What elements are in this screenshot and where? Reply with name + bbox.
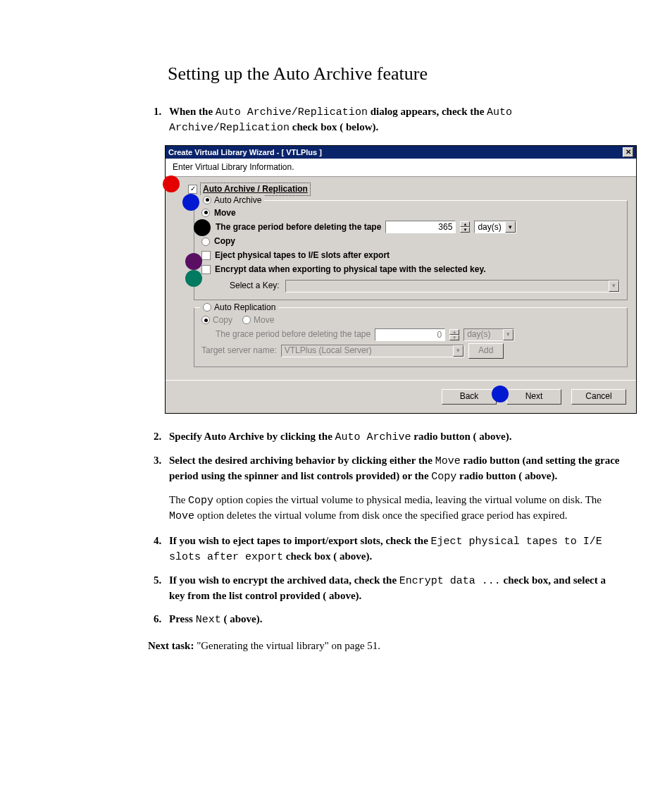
repl-copy-radio (201, 316, 210, 324)
step-5: If you wish to encrypt the archived data… (169, 573, 623, 603)
repl-grace-input: 0 (375, 328, 445, 341)
dialog-title: Create Virtual Library Wizard - [ VTLPlu… (168, 146, 322, 159)
next-task: Next task: "Generating the virtual libra… (148, 639, 623, 653)
auto-replication-radio[interactable] (203, 303, 211, 312)
eject-label: Eject physical tapes to I/E slots after … (215, 250, 390, 261)
repl-move-radio (242, 316, 251, 324)
grace-period-input[interactable]: 365 (385, 221, 456, 233)
back-button[interactable]: Back (442, 389, 497, 405)
dialog-titlebar: Create Virtual Library Wizard - [ VTLPlu… (166, 146, 636, 159)
explanatory-paragraph: The Copy option copies the virtual volum… (169, 493, 623, 524)
auto-archive-group: Auto Archive Move The grace period befor… (194, 200, 628, 300)
auto-archive-replication-checkbox[interactable] (188, 185, 197, 194)
grace-period-label: The grace period before deleting the tap… (216, 221, 381, 233)
copy-radio[interactable] (201, 238, 210, 246)
marker-blue-next (492, 386, 509, 402)
eject-checkbox[interactable] (201, 251, 211, 260)
marker-teal (185, 270, 202, 287)
marker-red (163, 175, 180, 192)
select-key-combo[interactable] (285, 280, 620, 292)
marker-purple (185, 253, 202, 270)
marker-blue (182, 194, 199, 211)
encrypt-checkbox[interactable] (201, 265, 211, 274)
chevron-down-icon (609, 281, 619, 292)
step-4: If you wish to eject tapes to import/exp… (169, 534, 623, 565)
cancel-button[interactable]: Cancel (571, 389, 626, 405)
auto-archive-radio[interactable] (203, 196, 211, 204)
encrypt-label: Encrypt data when exporting to physical … (215, 264, 486, 276)
dialog-info: Enter Virtual Library Information. (166, 159, 636, 177)
step-1: When the Auto Archive/Replication dialog… (169, 104, 623, 414)
next-button[interactable]: Next (506, 389, 561, 405)
auto-replication-group: Auto Replication Copy Move (194, 307, 628, 367)
marker-black (194, 219, 211, 236)
add-button: Add (468, 343, 504, 359)
grace-unit-combo[interactable]: day(s) (474, 221, 516, 233)
move-radio[interactable] (201, 209, 210, 217)
step-2: Specify Auto Archive by clicking the Aut… (169, 429, 623, 445)
chevron-down-icon (453, 345, 463, 357)
repl-unit-combo: day(s) (463, 328, 514, 341)
page-heading: Setting up the Auto Archive feature (168, 63, 623, 85)
chevron-down-icon (503, 329, 514, 340)
close-icon[interactable]: ✕ (623, 147, 633, 157)
step-3: Select the desired archiving behavior by… (169, 453, 623, 484)
grace-period-spinner[interactable]: ▲▼ (460, 221, 470, 233)
dialog-screenshot: Create Virtual Library Wizard - [ VTLPlu… (165, 145, 637, 414)
step-6: Press Next ( above). (169, 612, 623, 627)
chevron-down-icon (505, 221, 516, 233)
target-server-combo: VTLPlus (Local Server) (281, 345, 464, 357)
repl-grace-spinner: ▲▼ (449, 328, 459, 341)
select-key-label: Select a Key: (230, 280, 280, 292)
repl-grace-label: The grace period before deleting the tap… (216, 328, 371, 340)
target-server-label: Target server name: (201, 345, 277, 357)
